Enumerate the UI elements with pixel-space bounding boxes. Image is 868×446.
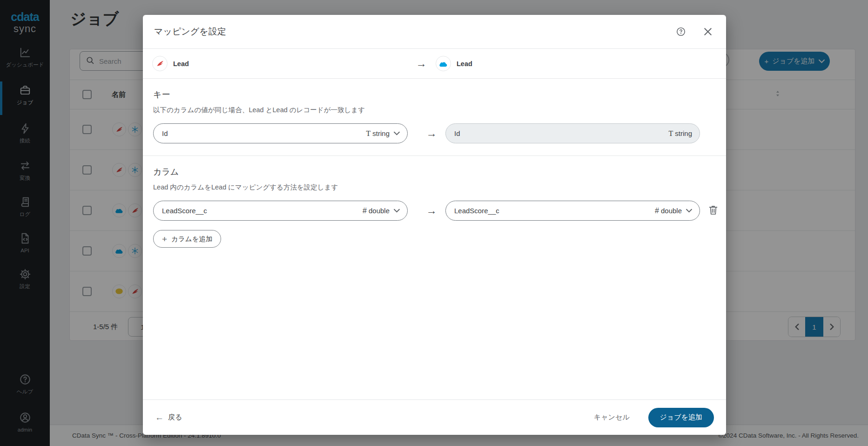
key-section-description: 以下のカラムの値が同じ場合、Lead とLead のレコードが一致します (153, 106, 716, 115)
field-name: Id (162, 129, 366, 137)
columns-section-title: カラム (153, 156, 716, 177)
cancel-button[interactable]: キャンセル (594, 413, 630, 422)
column-mapping-row: LeadScore__c # double → LeadScore__c # d… (153, 201, 716, 221)
modal-footer: ← 戻る キャンセル ジョブを追加 (143, 399, 726, 435)
trash-icon (709, 205, 718, 215)
modal-header: マッピングを設定 (143, 15, 726, 49)
source-table-name: Lead (173, 60, 189, 68)
add-column-button-label: カラムを追加 (171, 235, 212, 243)
string-type-icon: T (366, 129, 371, 138)
arrow-right-icon: → (416, 57, 427, 70)
target-endpoint: Lead (436, 56, 472, 71)
key-mapping-row: Id T string → Id T string (153, 123, 716, 143)
add-job-submit-button[interactable]: ジョブを追加 (648, 408, 714, 427)
modal-title: マッピングを設定 (154, 26, 673, 38)
key-section-title: キー (153, 79, 716, 100)
plus-icon: + (162, 235, 167, 243)
field-type: double (661, 207, 682, 215)
key-section: キー 以下のカラムの値が同じ場合、Lead とLead のレコードが一致します … (143, 79, 726, 156)
question-circle-icon (676, 27, 686, 37)
field-type: string (372, 129, 390, 137)
back-button-label: 戻る (168, 413, 182, 422)
field-name: Id (454, 129, 669, 137)
red-connector-icon (152, 56, 168, 71)
column-target-field-dropdown[interactable]: LeadScore__c # double (445, 201, 700, 221)
columns-section: カラム Lead 内のカラムをLead にマッピングする方法を設定します Lea… (143, 156, 726, 248)
key-target-field: Id T string (445, 123, 700, 143)
salesforce-icon (436, 56, 451, 71)
mapping-modal: マッピングを設定 Lead → Lead (143, 15, 726, 435)
arrow-right-icon: → (426, 127, 437, 140)
key-source-field-dropdown[interactable]: Id T string (153, 123, 408, 143)
column-source-field-dropdown[interactable]: LeadScore__c # double (153, 201, 408, 221)
double-type-icon: # (363, 207, 367, 215)
double-type-icon: # (655, 207, 659, 215)
columns-section-description: Lead 内のカラムをLead にマッピングする方法を設定します (153, 183, 716, 192)
target-table-name: Lead (457, 60, 472, 68)
add-column-button[interactable]: + カラムを追加 (153, 230, 221, 248)
endpoint-row: Lead → Lead (143, 49, 726, 79)
field-type: string (675, 129, 692, 137)
close-icon (704, 27, 712, 36)
back-button[interactable]: ← 戻る (155, 412, 182, 423)
close-button[interactable] (701, 25, 715, 39)
arrow-right-icon: → (426, 204, 437, 217)
chevron-down-icon (394, 131, 400, 135)
delete-column-button[interactable] (709, 205, 718, 216)
source-endpoint: Lead (152, 56, 189, 71)
chevron-down-icon (394, 209, 400, 213)
help-button[interactable] (673, 24, 689, 40)
field-name: LeadScore__c (454, 207, 655, 215)
field-type: double (369, 207, 390, 215)
arrow-left-icon: ← (155, 412, 164, 423)
field-name: LeadScore__c (162, 207, 363, 215)
chevron-down-icon (686, 209, 692, 213)
app-root: cdata sync ダッシュボード ジョブ 接続 変換 (0, 0, 868, 446)
string-type-icon: T (669, 129, 673, 138)
